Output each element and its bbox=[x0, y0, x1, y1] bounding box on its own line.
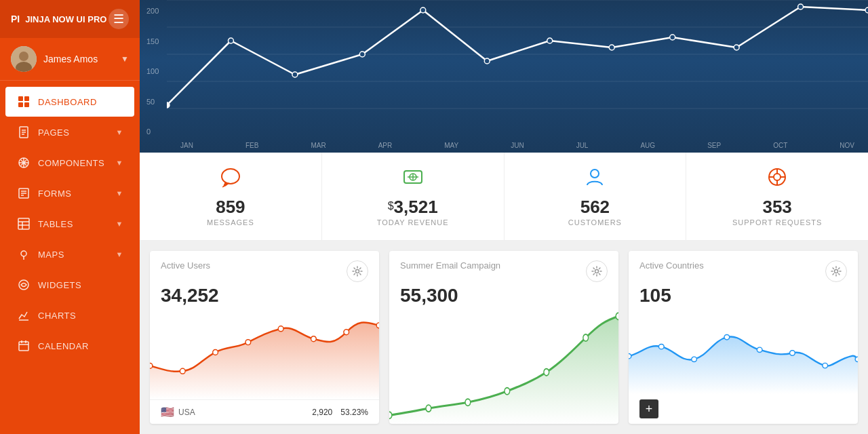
svg-point-81 bbox=[823, 363, 828, 368]
stat-support: 353 SUPPORT REQUESTS bbox=[686, 153, 868, 240]
chevron-icon-maps: ▼ bbox=[116, 250, 123, 258]
revenue-label: TODAY REVENUE bbox=[377, 218, 449, 226]
customers-icon bbox=[584, 166, 606, 193]
support-icon bbox=[766, 166, 788, 193]
revenue-icon bbox=[402, 166, 424, 193]
sidebar-item-label-pages: PAGES bbox=[38, 127, 116, 138]
customers-value: 562 bbox=[580, 198, 610, 216]
svg-point-82 bbox=[855, 357, 858, 361]
svg-point-50 bbox=[591, 170, 599, 178]
svg-point-36 bbox=[359, 52, 365, 57]
messages-label: MESSAGES bbox=[207, 218, 254, 226]
footer-country: USA bbox=[178, 408, 312, 417]
main-content: 200 150 100 50 0 bbox=[140, 0, 868, 434]
svg-rect-24 bbox=[19, 342, 28, 351]
svg-point-38 bbox=[484, 58, 490, 64]
chart-svg-area bbox=[167, 0, 868, 136]
svg-rect-16 bbox=[18, 218, 29, 229]
active-countries-gear-button[interactable] bbox=[825, 260, 847, 282]
sidebar-title: JINJA NOW UI PRO bbox=[25, 14, 108, 24]
svg-point-73 bbox=[616, 313, 618, 319]
sidebar-item-widgets[interactable]: WIDGETS bbox=[5, 270, 134, 300]
svg-point-45 bbox=[222, 169, 239, 184]
svg-point-64 bbox=[344, 330, 349, 335]
sidebar-item-label-calendar: CALENDAR bbox=[38, 341, 123, 351]
sidebar-item-calendar[interactable]: CALENDAR bbox=[5, 331, 134, 361]
svg-point-67 bbox=[389, 412, 392, 418]
add-button[interactable]: + bbox=[639, 399, 658, 418]
sidebar-user[interactable]: James Amos ▼ bbox=[0, 38, 140, 81]
svg-point-69 bbox=[465, 399, 471, 406]
usa-flag-icon: 🇺🇸 bbox=[161, 406, 174, 418]
sidebar-item-charts[interactable]: CHARTS bbox=[5, 300, 134, 330]
svg-rect-6 bbox=[24, 102, 29, 107]
main-chart: 200 150 100 50 0 bbox=[140, 0, 868, 153]
username: James Amos bbox=[43, 54, 121, 64]
card-email-campaign-value: 55,300 bbox=[389, 282, 618, 312]
svg-point-76 bbox=[658, 344, 664, 349]
calendar-icon bbox=[16, 338, 31, 353]
chart-x-axis: JAN FEB MAR APR MAY JUN JUL AUG SEP OCT … bbox=[167, 142, 868, 149]
svg-point-62 bbox=[278, 326, 283, 332]
svg-point-79 bbox=[757, 347, 762, 352]
svg-point-65 bbox=[376, 323, 379, 328]
sidebar-item-forms[interactable]: FORMS ▼ bbox=[5, 178, 134, 208]
sidebar-item-dashboard[interactable]: DASHBOARD bbox=[5, 87, 134, 117]
svg-point-34 bbox=[228, 38, 233, 43]
svg-point-42 bbox=[734, 45, 739, 50]
chevron-icon-components: ▼ bbox=[116, 159, 123, 167]
svg-rect-3 bbox=[18, 96, 23, 101]
table-icon bbox=[16, 216, 31, 231]
stats-row: 859 MESSAGES $3,521 TODAY REVENUE bbox=[140, 153, 868, 241]
sidebar-item-label-widgets: WIDGETS bbox=[38, 280, 123, 290]
sidebar-item-label-maps: MAPS bbox=[38, 250, 116, 260]
cards-row: Active Users 34,252 bbox=[140, 241, 868, 434]
sidebar-item-label-dashboard: DASHBOARD bbox=[38, 97, 123, 107]
svg-point-61 bbox=[245, 340, 251, 345]
sidebar-item-label-forms: FORMS bbox=[38, 189, 116, 199]
svg-point-39 bbox=[547, 38, 553, 43]
stat-customers: 562 CUSTOMERS bbox=[505, 153, 687, 240]
svg-point-70 bbox=[505, 388, 510, 395]
support-label: SUPPORT REQUESTS bbox=[732, 218, 822, 226]
file-icon bbox=[16, 125, 31, 140]
sidebar-item-label-charts: CHARTS bbox=[38, 311, 123, 321]
card-active-users-header: Active Users bbox=[150, 251, 379, 282]
active-users-gear-button[interactable] bbox=[347, 260, 368, 282]
stat-revenue: $3,521 TODAY REVENUE bbox=[322, 153, 505, 240]
card-active-users-footer: 🇺🇸 USA 2,920 53.23% bbox=[150, 399, 379, 424]
sidebar-header: PI JINJA NOW UI PRO ☰ bbox=[0, 0, 140, 38]
card-active-countries-chart bbox=[629, 312, 858, 394]
svg-point-58 bbox=[150, 363, 153, 368]
support-value: 353 bbox=[762, 198, 791, 216]
menu-toggle-button[interactable]: ☰ bbox=[108, 9, 129, 29]
card-active-countries-header: Active Countries bbox=[629, 251, 858, 282]
customers-label: CUSTOMERS bbox=[568, 218, 622, 226]
messages-value: 859 bbox=[216, 198, 245, 216]
chevron-icon-pages: ▼ bbox=[116, 128, 123, 136]
svg-rect-5 bbox=[18, 102, 23, 107]
sidebar: PI JINJA NOW UI PRO ☰ James Amos ▼ DASHB… bbox=[0, 0, 140, 434]
svg-point-72 bbox=[583, 334, 589, 341]
svg-point-52 bbox=[774, 174, 781, 180]
chart-icon bbox=[16, 308, 31, 323]
email-campaign-gear-button[interactable] bbox=[586, 260, 608, 282]
sidebar-item-maps[interactable]: MAPS ▼ bbox=[5, 239, 134, 269]
svg-point-80 bbox=[790, 351, 795, 355]
card-active-users-value: 34,252 bbox=[150, 282, 379, 312]
revenue-value: $3,521 bbox=[388, 198, 438, 216]
svg-point-78 bbox=[724, 335, 730, 340]
svg-point-75 bbox=[629, 353, 631, 358]
sidebar-item-pages[interactable]: PAGES ▼ bbox=[5, 117, 134, 147]
footer-count: 2,920 bbox=[312, 408, 332, 417]
sidebar-nav: DASHBOARD PAGES ▼ COMPONENTS ▼ FORMS ▼ T… bbox=[0, 81, 140, 434]
svg-point-20 bbox=[21, 251, 26, 256]
svg-point-60 bbox=[213, 350, 218, 355]
card-active-countries-value: 105 bbox=[629, 282, 858, 312]
stat-messages: 859 MESSAGES bbox=[140, 153, 322, 240]
svg-point-71 bbox=[544, 369, 549, 376]
chart-y-axis: 200 150 100 50 0 bbox=[146, 7, 159, 136]
sidebar-item-components[interactable]: COMPONENTS ▼ bbox=[5, 148, 134, 178]
card-active-users-title: Active Users bbox=[161, 260, 210, 271]
sidebar-item-tables[interactable]: TABLES ▼ bbox=[5, 209, 134, 239]
